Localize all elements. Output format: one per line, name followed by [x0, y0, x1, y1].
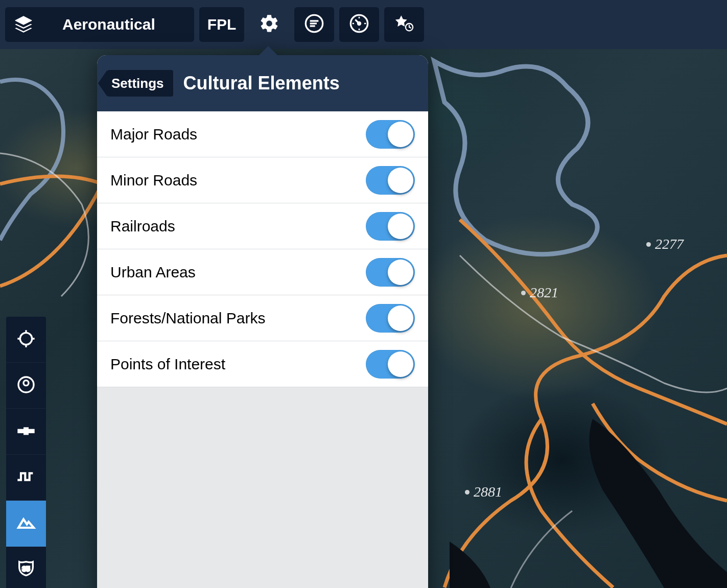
- star-clock-icon: [394, 13, 414, 36]
- gauge-icon: [349, 13, 369, 36]
- layers-icon: [12, 14, 35, 35]
- ruler-icon: [16, 420, 36, 443]
- layers-label: Aeronautical: [62, 16, 155, 33]
- ruler-button[interactable]: [6, 409, 46, 455]
- lines-circle-icon: [304, 13, 324, 36]
- svg-point-5: [358, 22, 361, 25]
- elevation-label: 2881: [465, 484, 502, 500]
- setting-label: Urban Areas: [110, 264, 196, 281]
- gauge-button[interactable]: [339, 7, 379, 42]
- settings-popover: Settings Cultural Elements Major Roads M…: [97, 55, 428, 588]
- elevation-label: 2821: [521, 285, 558, 301]
- gear-icon: [259, 13, 279, 36]
- back-button[interactable]: Settings: [107, 70, 173, 97]
- setting-label: Railroads: [110, 218, 175, 235]
- mountain-icon: [16, 512, 36, 535]
- setting-label: Minor Roads: [110, 172, 197, 189]
- svg-point-8: [24, 380, 29, 385]
- target-icon: [16, 374, 36, 397]
- setting-label: Forests/National Parks: [110, 310, 265, 327]
- setting-row-minor-roads: Minor Roads: [97, 157, 428, 203]
- toggle-urban-areas[interactable]: [366, 258, 415, 287]
- popover-body: Major Roads Minor Roads Railroads Urban …: [97, 111, 428, 588]
- nearest-button[interactable]: [6, 363, 46, 409]
- setting-row-poi: Points of Interest: [97, 341, 428, 387]
- svg-rect-10: [24, 427, 29, 435]
- popover-arrow: [258, 46, 278, 56]
- layers-button[interactable]: Aeronautical: [5, 7, 194, 42]
- crosshair-icon: [16, 328, 36, 351]
- top-toolbar: Aeronautical FPL: [0, 0, 727, 49]
- fpl-button[interactable]: FPL: [199, 7, 244, 42]
- toggle-minor-roads[interactable]: [366, 166, 415, 195]
- terrain-button[interactable]: [6, 501, 46, 547]
- setting-label: Points of Interest: [110, 356, 225, 373]
- toggle-forests[interactable]: [366, 304, 415, 333]
- popover-header: Settings Cultural Elements: [97, 55, 428, 111]
- toggle-major-roads[interactable]: [366, 120, 415, 149]
- locate-button[interactable]: [6, 317, 46, 363]
- setting-label: Major Roads: [110, 126, 197, 143]
- settings-button[interactable]: [249, 7, 289, 42]
- toggle-railroads[interactable]: [366, 212, 415, 241]
- setting-row-railroads: Railroads: [97, 203, 428, 249]
- briefing-button[interactable]: [294, 7, 334, 42]
- side-toolbar: 35: [6, 317, 46, 588]
- popover-title: Cultural Elements: [183, 73, 340, 94]
- setting-row-forests: Forests/National Parks: [97, 295, 428, 341]
- setting-row-major-roads: Major Roads: [97, 111, 428, 157]
- highway-button[interactable]: 35: [6, 547, 46, 588]
- elevation-label: 2277: [646, 236, 684, 252]
- profile-button[interactable]: [6, 455, 46, 501]
- toggle-poi[interactable]: [366, 350, 415, 379]
- square-wave-icon: [16, 466, 36, 489]
- setting-row-urban-areas: Urban Areas: [97, 249, 428, 295]
- highway-shield-icon: 35: [16, 558, 36, 581]
- settings-list: Major Roads Minor Roads Railroads Urban …: [97, 111, 428, 387]
- svg-text:35: 35: [22, 565, 30, 573]
- favorites-history-button[interactable]: [384, 7, 424, 42]
